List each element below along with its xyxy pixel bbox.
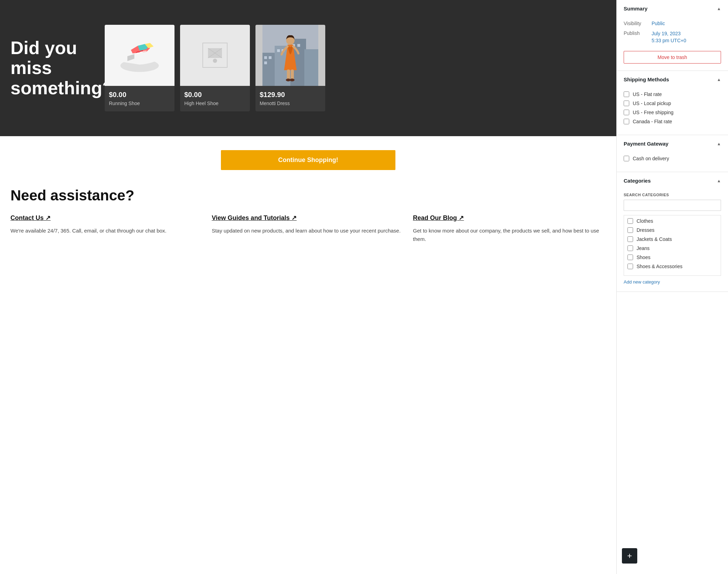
category-item-3: Jeans [627,245,717,251]
visibility-row: Visibility Public [624,21,721,26]
payment-gateway-section: Payment Gateway ▲ Cash on delivery [617,135,728,172]
categories-chevron-icon: ▲ [717,178,721,183]
continue-shopping-button[interactable]: Continue Shopping! [221,150,395,170]
categories-section: Categories ▲ SEARCH CATEGORIES Clothes D… [617,172,728,292]
main-content: Did you miss something? [0,0,616,574]
category-checkbox-0[interactable] [627,218,633,224]
assistance-grid: Contact Us ↗ We're available 24/7, 365. … [10,214,606,243]
shipping-checkbox-3[interactable] [624,119,629,124]
shipping-label-1: US - Local pickup [633,101,671,106]
summary-body: Visibility Public Publish July 19, 2023 … [617,17,728,71]
publish-date-line1: July 19, 2023 [652,31,681,36]
guides-description: Stay updated on new products, and learn … [212,227,405,235]
category-label-3: Jeans [637,245,649,251]
payment-checkbox-0[interactable] [624,156,629,161]
svg-rect-20 [297,44,300,47]
svg-line-3 [143,51,147,51]
summary-section: Summary ▲ Visibility Public Publish July… [617,0,728,71]
shipping-methods-header[interactable]: Shipping Methods ▲ [617,71,728,88]
add-new-category-link[interactable]: Add new category [624,279,721,285]
category-item-5: Shoes & Accessories [627,264,717,269]
category-item-0: Clothes [627,218,717,224]
assistance-item-2: Read Our Blog ↗ Get to know more about o… [413,214,606,243]
svg-rect-14 [264,56,267,59]
category-label-2: Jackets & Coats [637,236,672,242]
product-card-1[interactable]: $0.00 High Heel Shoe [180,25,250,111]
assistance-section: Need assistance? Contact Us ↗ We're avai… [0,181,616,257]
category-checkbox-4[interactable] [627,255,633,260]
category-label-0: Clothes [637,218,653,224]
shipping-option-3: Canada - Flat rate [624,119,721,124]
shipping-label-0: US - Flat rate [633,91,662,97]
payment-option-0: Cash on delivery [624,156,721,161]
summary-chevron-icon: ▲ [717,6,721,11]
product-image-2 [255,25,325,86]
product-card-0-info: $0.00 Running Shoe [105,86,174,111]
category-item-2: Jackets & Coats [627,236,717,242]
payment-gateway-body: Cash on delivery [617,152,728,172]
product-card-2[interactable]: $129.90 Menotti Dress [255,25,325,111]
fab-button[interactable]: + [622,548,637,564]
svg-rect-13 [304,49,318,86]
product-price-2: $129.90 [260,91,321,99]
summary-title: Summary [624,6,647,12]
continue-shopping-wrapper: Continue Shopping! [0,136,616,181]
shipping-methods-body: US - Flat rate US - Local pickup US - Fr… [617,88,728,135]
summary-header[interactable]: Summary ▲ [617,0,728,17]
contact-us-description: We're available 24/7, 365. Call, email, … [10,227,203,235]
hero-title: Did you miss something? [10,38,94,98]
assistance-item-0: Contact Us ↗ We're available 24/7, 365. … [10,214,203,243]
shipping-checkbox-2[interactable] [624,110,629,115]
payment-gateway-title: Payment Gateway [624,141,668,147]
shipping-label-2: US - Free shipping [633,110,674,115]
product-price-0: $0.00 [109,91,170,99]
guides-link[interactable]: View Guides and Tutorials ↗ [212,214,297,222]
category-checkbox-3[interactable] [627,245,633,251]
shipping-option-1: US - Local pickup [624,101,721,106]
blog-link[interactable]: Read Our Blog ↗ [413,214,464,222]
assistance-title: Need assistance? [10,187,606,204]
product-name-2: Menotti Dress [260,100,321,106]
svg-rect-16 [264,61,267,64]
category-checkbox-1[interactable] [627,227,633,233]
product-name-1: High Heel Shoe [184,100,246,106]
category-checkbox-2[interactable] [627,236,633,242]
product-card-1-info: $0.00 High Heel Shoe [180,86,250,111]
categories-list: Clothes Dresses Jackets & Coats Jeans Sh… [624,215,721,276]
sidebar: Summary ▲ Visibility Public Publish July… [616,0,728,574]
shipping-checkbox-0[interactable] [624,91,629,97]
shipping-methods-section: Shipping Methods ▲ US - Flat rate US - L… [617,71,728,135]
hero-section: Did you miss something? [0,0,616,136]
payment-gateway-header[interactable]: Payment Gateway ▲ [617,135,728,152]
move-to-trash-button[interactable]: Move to trash [624,51,721,64]
product-name-0: Running Shoe [109,100,170,106]
category-checkbox-5[interactable] [627,264,633,269]
shipping-label-3: Canada - Flat rate [633,119,672,124]
category-search-input[interactable] [624,200,721,211]
payment-label-0: Cash on delivery [633,156,669,161]
categories-title: Categories [624,178,651,184]
category-item-4: Shoes [627,255,717,260]
payment-gateway-chevron-icon: ▲ [717,141,721,146]
categories-body: SEARCH CATEGORIES Clothes Dresses Jacket… [617,189,728,292]
publish-row: Publish July 19, 2023 5:33 pm UTC+0 [624,30,721,44]
publish-label: Publish [624,30,648,36]
shipping-checkbox-1[interactable] [624,101,629,106]
svg-rect-15 [269,56,272,59]
product-card-0[interactable]: $0.00 Running Shoe [105,25,174,111]
publish-value[interactable]: July 19, 2023 5:33 pm UTC+0 [652,30,686,44]
categories-header[interactable]: Categories ▲ [617,172,728,189]
product-image-1 [180,25,250,86]
category-item-1: Dresses [627,227,717,233]
svg-rect-22 [287,69,290,80]
svg-rect-23 [291,69,294,80]
visibility-value[interactable]: Public [652,21,665,26]
product-card-2-info: $129.90 Menotti Dress [255,86,325,111]
publish-date-line2: 5:33 pm UTC+0 [652,38,686,43]
svg-rect-17 [277,49,280,52]
product-image-0 [105,25,174,86]
blog-description: Get to know more about our company, the … [413,227,606,243]
category-label-4: Shoes [637,255,651,260]
svg-point-25 [290,79,295,81]
contact-us-link[interactable]: Contact Us ↗ [10,214,51,222]
